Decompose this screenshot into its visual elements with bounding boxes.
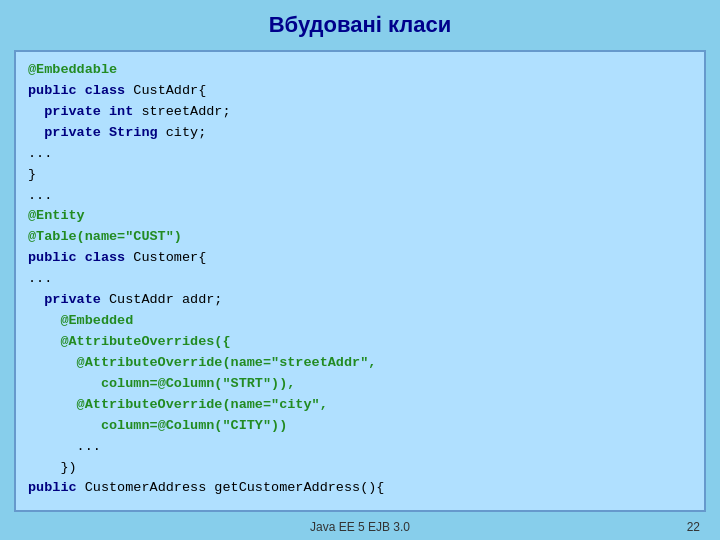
class-customer: Customer{ <box>133 250 206 265</box>
field-streetaddr: streetAddr; <box>141 104 230 119</box>
annotation-entity: @Entity <box>28 208 85 223</box>
code-block: @Embeddable public class CustAddr{ priva… <box>14 50 706 512</box>
kw-public-class: public class <box>28 83 133 98</box>
footer-label: Java EE 5 EJB 3.0 <box>310 520 410 534</box>
field-city: city; <box>166 125 207 140</box>
ellipsis-5: ... <box>28 501 52 512</box>
page-container: Вбудовані класи @Embeddable public class… <box>0 0 720 540</box>
kw-public-method: public <box>28 480 85 495</box>
ellipsis-2: ... <box>28 188 52 203</box>
annotation-column-strt: column=@Column("STRT")), <box>101 376 295 391</box>
footer-page-number: 22 <box>687 520 700 534</box>
ellipsis-3: ... <box>28 271 52 286</box>
close-brace-1: } <box>28 167 36 182</box>
annotation-table: @Table(name="CUST") <box>28 229 182 244</box>
close-attroverrides: }) <box>60 460 76 475</box>
footer: Java EE 5 EJB 3.0 22 <box>0 516 720 540</box>
class-custaddr: CustAddr{ <box>133 83 206 98</box>
page-title: Вбудовані класи <box>269 12 452 37</box>
kw-private-int: private int <box>44 104 141 119</box>
field-addr: CustAddr addr; <box>109 292 222 307</box>
annotation-embeddable: @Embeddable <box>28 62 117 77</box>
ellipsis-1: ... <box>28 146 52 161</box>
annotation-override-city: @AttributeOverride(name="city", <box>77 397 328 412</box>
kw-private-string: private String <box>44 125 166 140</box>
kw-public-class-2: public class <box>28 250 133 265</box>
annotation-attroverrides: @AttributeOverrides({ <box>60 334 230 349</box>
annotation-column-city: column=@Column("CITY")) <box>101 418 287 433</box>
kw-private-2: private <box>44 292 109 307</box>
title-bar: Вбудовані класи <box>0 0 720 46</box>
code-content: @Embeddable public class CustAddr{ priva… <box>28 60 692 512</box>
annotation-embedded: @Embedded <box>60 313 133 328</box>
annotation-override-street: @AttributeOverride(name="streetAddr", <box>77 355 377 370</box>
ellipsis-4: ... <box>77 439 101 454</box>
method-getcustomeraddress: CustomerAddress getCustomerAddress(){ <box>85 480 385 495</box>
